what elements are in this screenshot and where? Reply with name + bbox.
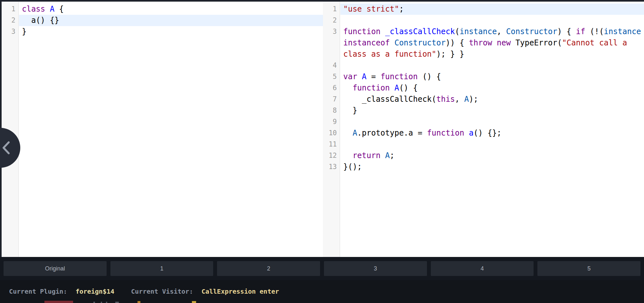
line-number: 10 xyxy=(323,128,340,139)
code-token: function xyxy=(343,27,381,36)
code-token: "use strict" xyxy=(343,5,399,14)
tab-original[interactable]: Original xyxy=(4,261,107,276)
code-token: () { xyxy=(399,83,418,92)
code-token: return xyxy=(353,151,381,160)
code-token: "Cannot call a xyxy=(562,38,627,47)
code-token: () {}; xyxy=(474,128,502,137)
status-bar: Current Plugin:foreign$14Current Visitor… xyxy=(0,280,644,303)
line-number: 12 xyxy=(323,150,340,161)
code-token xyxy=(492,38,497,47)
line-number: 2 xyxy=(323,15,340,26)
code-token: ); xyxy=(469,95,478,104)
code-line[interactable] xyxy=(340,139,644,150)
code-line[interactable]: return A; xyxy=(340,150,644,161)
code-token: _classCallCheck xyxy=(385,27,455,36)
code-token: function xyxy=(381,72,418,81)
code-token: () { xyxy=(418,72,441,81)
line-number: 4 xyxy=(323,60,340,71)
source-editor[interactable]: 123 class A { a() {}} xyxy=(2,2,323,257)
code-line[interactable]: "use strict"; xyxy=(340,4,644,15)
source-code[interactable]: class A { a() {}} xyxy=(19,2,323,257)
code-line[interactable] xyxy=(340,15,644,26)
code-token xyxy=(343,128,353,137)
code-token: = xyxy=(366,72,380,81)
code-token: TypeError( xyxy=(511,38,562,47)
code-token: } xyxy=(22,27,26,36)
line-number: 1 xyxy=(2,4,18,15)
tab-3[interactable]: 3 xyxy=(324,261,427,276)
code-token xyxy=(381,151,385,160)
code-line[interactable]: A.prototype.a = function a() {}; xyxy=(340,128,644,139)
diff-peek-mark xyxy=(137,301,140,303)
code-line[interactable]: } xyxy=(340,105,644,116)
line-number: 1 xyxy=(323,4,340,15)
diff-peek-mark xyxy=(192,301,196,303)
tab-1[interactable]: 1 xyxy=(110,261,213,276)
code-token: function xyxy=(427,128,464,137)
line-number: 8 xyxy=(323,105,340,116)
code-token xyxy=(357,72,362,81)
current-plugin-value: foreign$14 xyxy=(76,288,114,295)
diff-peek-mark xyxy=(93,302,95,303)
output-code[interactable]: "use strict";function _classCallCheck(in… xyxy=(340,2,644,257)
line-number xyxy=(323,49,340,60)
line-number xyxy=(323,37,340,49)
code-line[interactable] xyxy=(340,60,644,71)
code-line[interactable]: class A { xyxy=(19,4,323,15)
code-token xyxy=(464,128,469,137)
code-token: , xyxy=(455,95,464,104)
code-token xyxy=(343,151,353,160)
current-visitor-value: CallExpression enter xyxy=(202,288,279,295)
code-token xyxy=(343,83,353,92)
code-token xyxy=(381,27,385,36)
page-root: 123 class A { a() {}} 12345678910111213 … xyxy=(0,0,644,303)
code-line[interactable]: _classCallCheck(this, A); xyxy=(340,94,644,105)
code-token: A xyxy=(464,95,469,104)
code-token: new xyxy=(497,38,511,47)
tab-2[interactable]: 2 xyxy=(217,261,320,276)
code-line[interactable]: function A() { xyxy=(340,82,644,94)
status-line: Current Plugin:foreign$14Current Visitor… xyxy=(9,287,279,296)
code-token: (!( xyxy=(585,27,604,36)
code-line[interactable]: instanceof Constructor)) { throw new Typ… xyxy=(340,37,644,49)
code-line[interactable]: }(); xyxy=(340,161,644,173)
code-token: ); } } xyxy=(436,50,464,59)
diff-peek-mark xyxy=(44,301,73,303)
top-border xyxy=(0,0,644,2)
code-token: A xyxy=(362,72,366,81)
diff-peek-mark xyxy=(106,302,107,303)
code-token: instanceof xyxy=(343,38,390,47)
code-token: ) { xyxy=(557,27,576,36)
code-line[interactable]: a() {} xyxy=(19,15,323,26)
code-line[interactable]: class as a function"); } } xyxy=(340,49,644,60)
code-token: throw xyxy=(469,38,492,47)
tab-5[interactable]: 5 xyxy=(537,261,640,276)
code-token: if xyxy=(576,27,585,36)
code-token: .prototype.a = xyxy=(357,128,427,137)
code-token: ; xyxy=(390,151,394,160)
code-token xyxy=(390,83,394,92)
code-token: instance xyxy=(459,27,497,36)
code-token: class as a function" xyxy=(343,50,436,59)
code-token: class xyxy=(22,5,45,14)
code-token: function xyxy=(353,83,390,92)
code-token: }(); xyxy=(343,162,362,171)
code-line[interactable]: function _classCallCheck(instance, Const… xyxy=(340,26,644,37)
code-token: instance xyxy=(604,27,641,36)
code-token: { xyxy=(54,5,64,14)
line-number: 2 xyxy=(2,15,18,26)
output-editor[interactable]: 12345678910111213 "use strict";function … xyxy=(323,2,644,257)
code-token: A xyxy=(353,128,357,137)
code-line[interactable]: var A = function () { xyxy=(340,71,644,82)
diff-peek-mark xyxy=(115,302,119,303)
tab-4[interactable]: 4 xyxy=(431,261,534,276)
code-line[interactable] xyxy=(340,116,644,128)
code-line[interactable]: } xyxy=(19,26,323,37)
code-token: A xyxy=(394,83,399,92)
code-token: a() {} xyxy=(22,16,59,25)
current-visitor-label: Current Visitor: xyxy=(131,288,193,295)
line-number: 5 xyxy=(323,71,340,82)
line-number: 3 xyxy=(323,26,340,37)
code-token: )) { xyxy=(446,38,469,47)
code-token xyxy=(390,38,394,47)
